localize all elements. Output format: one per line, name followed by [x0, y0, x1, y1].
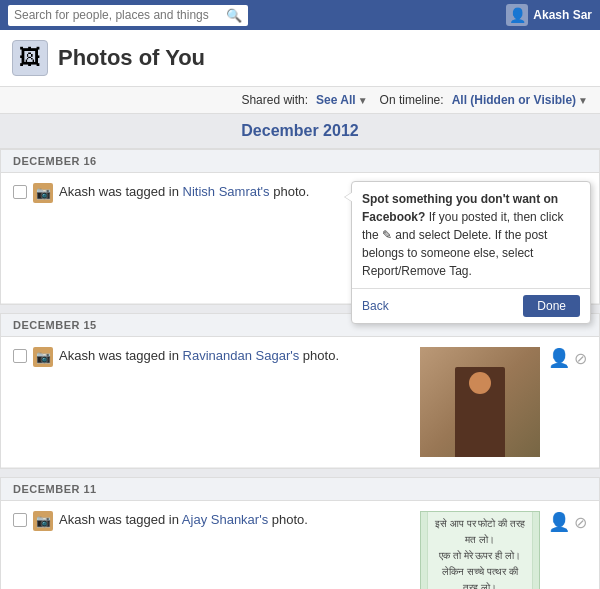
tooltip-back-button[interactable]: Back — [362, 299, 389, 313]
activity-actions-dec11: 👤 ⊘ — [548, 511, 587, 533]
on-timeline-filter[interactable]: All (Hidden or Visible) ▼ — [452, 93, 588, 107]
person-icon-dec15[interactable]: 👤 — [548, 347, 570, 369]
day-header-dec16: DECEMBER 16 — [1, 150, 599, 173]
user-name: Akash Sar — [533, 8, 592, 22]
avatar: 👤 — [506, 4, 528, 26]
photo-dec15 — [420, 347, 540, 457]
activity-checkbox-dec11[interactable] — [13, 513, 27, 527]
day-header-dec11: DECEMBER 11 — [1, 478, 599, 501]
on-timeline-label: On timeline: — [380, 93, 444, 107]
activity-thumb-dec16: 📷 — [33, 183, 53, 203]
user-info: 👤 Akash Sar — [506, 4, 592, 26]
activity-thumb-dec15: 📷 — [33, 347, 53, 367]
facebook-header: 🔍 👤 Akash Sar — [0, 0, 600, 30]
on-timeline-arrow: ▼ — [578, 95, 588, 106]
shared-with-label: Shared with: — [241, 93, 308, 107]
activity-text-dec11: Akash was tagged in Ajay Shankar's photo… — [59, 511, 410, 529]
activity-actions-dec15: 👤 ⊘ — [548, 347, 587, 369]
activity-row-dec15: 📷 Akash was tagged in Ravinandan Sagar's… — [1, 337, 599, 468]
tooltip-footer: Back Done — [352, 288, 590, 323]
filters-bar: Shared with: See All ▼ On timeline: All … — [0, 87, 600, 114]
tooltip-body: Spot something you don't want on Faceboo… — [352, 182, 590, 288]
search-input[interactable] — [14, 8, 226, 22]
page-title-bar: 🖼 Photos of You — [0, 30, 600, 87]
day-section-dec11: DECEMBER 11 📷 Akash was tagged in Ajay S… — [0, 477, 600, 589]
photos-icon: 🖼 — [12, 40, 48, 76]
on-timeline-value[interactable]: All (Hidden or Visible) — [452, 93, 576, 107]
shared-with-arrow: ▼ — [358, 95, 368, 106]
person-icon-dec11[interactable]: 👤 — [548, 511, 570, 533]
day-section-dec15: DECEMBER 15 📷 Akash was tagged in Ravina… — [0, 313, 600, 469]
hindi-text: इसे आप पर फोटो की तरह मत लो। एक तो मेरे … — [427, 511, 533, 589]
tooltip-done-button[interactable]: Done — [523, 295, 580, 317]
ban-icon-dec11[interactable]: ⊘ — [574, 513, 587, 532]
activity-text-dec15: Akash was tagged in Ravinandan Sagar's p… — [59, 347, 410, 365]
shared-with-value[interactable]: See All — [316, 93, 356, 107]
activity-link-dec15[interactable]: Ravinandan Sagar's — [183, 348, 300, 363]
activity-link-dec16[interactable]: Nitish Samrat's — [183, 184, 270, 199]
activity-checkbox-dec15[interactable] — [13, 349, 27, 363]
activity-row-dec11: 📷 Akash was tagged in Ajay Shankar's pho… — [1, 501, 599, 589]
day-section-dec16: DECEMBER 16 📷 Akash was tagged in Nitish… — [0, 149, 600, 305]
month-header: December 2012 — [0, 114, 600, 149]
photo-dec11: इसे आप पर फोटो की तरह मत लो। एक तो मेरे … — [420, 511, 540, 589]
search-bar[interactable]: 🔍 — [8, 5, 248, 26]
ban-icon-dec15[interactable]: ⊘ — [574, 349, 587, 368]
activity-checkbox-dec16[interactable] — [13, 185, 27, 199]
search-icon: 🔍 — [226, 8, 242, 23]
shared-with-filter[interactable]: See All ▼ — [316, 93, 367, 107]
page-title: Photos of You — [58, 45, 205, 71]
activity-row-dec16: 📷 Akash was tagged in Nitish Samrat's ph… — [1, 173, 599, 304]
tooltip-popup: Spot something you don't want on Faceboo… — [351, 181, 591, 324]
activity-link-dec11[interactable]: Ajay Shankar's — [182, 512, 268, 527]
activity-thumb-dec11: 📷 — [33, 511, 53, 531]
